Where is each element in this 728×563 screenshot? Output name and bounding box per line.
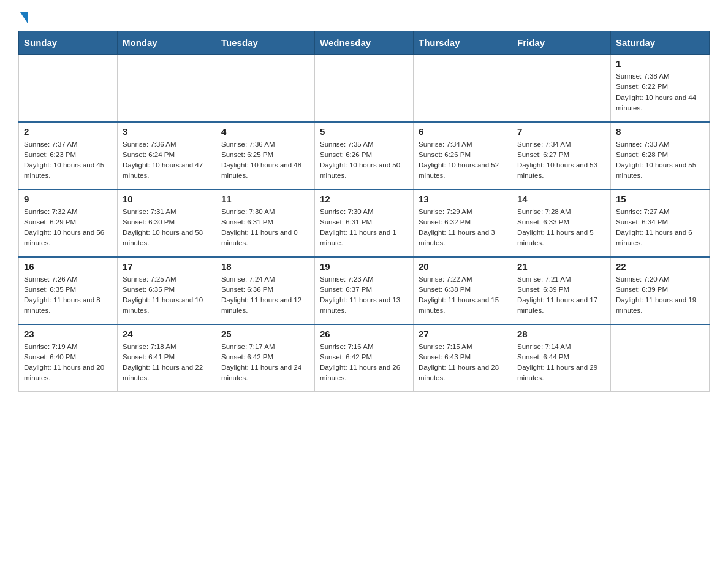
calendar-cell: 5Sunrise: 7:35 AMSunset: 6:26 PMDaylight… [315, 122, 414, 190]
day-number: 18 [221, 261, 309, 272]
day-info: Sunrise: 7:32 AMSunset: 6:29 PMDaylight:… [24, 207, 112, 249]
weekday-header-friday: Friday [512, 31, 611, 55]
calendar-cell: 9Sunrise: 7:32 AMSunset: 6:29 PMDaylight… [19, 190, 118, 257]
calendar-cell: 16Sunrise: 7:26 AMSunset: 6:35 PMDayligh… [19, 257, 118, 324]
day-number: 12 [320, 194, 408, 204]
calendar-cell: 22Sunrise: 7:20 AMSunset: 6:39 PMDayligh… [611, 257, 710, 324]
day-number: 10 [123, 194, 211, 204]
day-number: 24 [123, 329, 211, 339]
day-number: 11 [221, 194, 309, 204]
calendar-cell: 25Sunrise: 7:17 AMSunset: 6:42 PMDayligh… [216, 324, 315, 392]
calendar-cell: 1Sunrise: 7:38 AMSunset: 6:22 PMDaylight… [611, 55, 710, 122]
day-number: 23 [24, 329, 112, 339]
calendar-cell: 7Sunrise: 7:34 AMSunset: 6:27 PMDaylight… [512, 122, 611, 190]
week-row-2: 2Sunrise: 7:37 AMSunset: 6:23 PMDaylight… [19, 122, 710, 190]
day-info: Sunrise: 7:38 AMSunset: 6:22 PMDaylight:… [616, 71, 704, 113]
day-info: Sunrise: 7:20 AMSunset: 6:39 PMDaylight:… [616, 274, 704, 316]
weekday-header-sunday: Sunday [19, 31, 118, 55]
day-info: Sunrise: 7:22 AMSunset: 6:38 PMDaylight:… [419, 274, 507, 316]
calendar-table: SundayMondayTuesdayWednesdayThursdayFrid… [18, 31, 710, 392]
page-header [18, 12, 710, 18]
calendar-cell [315, 55, 414, 122]
day-info: Sunrise: 7:19 AMSunset: 6:40 PMDaylight:… [24, 342, 112, 384]
calendar-cell: 6Sunrise: 7:34 AMSunset: 6:26 PMDaylight… [414, 122, 512, 190]
calendar-cell [414, 55, 512, 122]
day-info: Sunrise: 7:31 AMSunset: 6:30 PMDaylight:… [123, 207, 211, 249]
calendar-cell: 11Sunrise: 7:30 AMSunset: 6:31 PMDayligh… [216, 190, 315, 257]
calendar-cell: 23Sunrise: 7:19 AMSunset: 6:40 PMDayligh… [19, 324, 118, 392]
day-info: Sunrise: 7:16 AMSunset: 6:42 PMDaylight:… [320, 342, 408, 384]
day-info: Sunrise: 7:33 AMSunset: 6:28 PMDaylight:… [616, 139, 704, 182]
day-number: 17 [123, 261, 211, 272]
day-number: 25 [221, 329, 309, 339]
day-info: Sunrise: 7:36 AMSunset: 6:24 PMDaylight:… [123, 139, 211, 182]
day-number: 26 [320, 329, 408, 339]
calendar-cell: 12Sunrise: 7:30 AMSunset: 6:31 PMDayligh… [315, 190, 414, 257]
logo-general-text [18, 12, 28, 22]
day-number: 6 [419, 126, 507, 137]
calendar-cell: 3Sunrise: 7:36 AMSunset: 6:24 PMDaylight… [118, 122, 216, 190]
calendar-cell: 13Sunrise: 7:29 AMSunset: 6:32 PMDayligh… [414, 190, 512, 257]
calendar-cell: 8Sunrise: 7:33 AMSunset: 6:28 PMDaylight… [611, 122, 710, 190]
logo [18, 12, 28, 18]
calendar-cell: 18Sunrise: 7:24 AMSunset: 6:36 PMDayligh… [216, 257, 315, 324]
calendar-cell: 20Sunrise: 7:22 AMSunset: 6:38 PMDayligh… [414, 257, 512, 324]
weekday-header-tuesday: Tuesday [216, 31, 315, 55]
day-number: 9 [24, 194, 112, 204]
day-info: Sunrise: 7:30 AMSunset: 6:31 PMDaylight:… [221, 207, 309, 249]
day-number: 7 [517, 126, 605, 137]
calendar-cell: 19Sunrise: 7:23 AMSunset: 6:37 PMDayligh… [315, 257, 414, 324]
day-info: Sunrise: 7:23 AMSunset: 6:37 PMDaylight:… [320, 274, 408, 316]
day-info: Sunrise: 7:18 AMSunset: 6:41 PMDaylight:… [123, 342, 211, 384]
calendar-cell: 14Sunrise: 7:28 AMSunset: 6:33 PMDayligh… [512, 190, 611, 257]
day-info: Sunrise: 7:26 AMSunset: 6:35 PMDaylight:… [24, 274, 112, 316]
weekday-header-wednesday: Wednesday [315, 31, 414, 55]
weekday-header-saturday: Saturday [611, 31, 710, 55]
day-info: Sunrise: 7:30 AMSunset: 6:31 PMDaylight:… [320, 207, 408, 249]
calendar-cell: 4Sunrise: 7:36 AMSunset: 6:25 PMDaylight… [216, 122, 315, 190]
day-number: 4 [221, 126, 309, 137]
calendar-cell [216, 55, 315, 122]
calendar-cell [19, 55, 118, 122]
day-info: Sunrise: 7:17 AMSunset: 6:42 PMDaylight:… [221, 342, 309, 384]
day-info: Sunrise: 7:36 AMSunset: 6:25 PMDaylight:… [221, 139, 309, 182]
day-info: Sunrise: 7:25 AMSunset: 6:35 PMDaylight:… [123, 274, 211, 316]
day-number: 8 [616, 126, 704, 137]
calendar-cell [512, 55, 611, 122]
day-number: 19 [320, 261, 408, 272]
day-info: Sunrise: 7:29 AMSunset: 6:32 PMDaylight:… [419, 207, 507, 249]
day-info: Sunrise: 7:15 AMSunset: 6:43 PMDaylight:… [419, 342, 507, 384]
weekday-header-monday: Monday [118, 31, 216, 55]
calendar-cell: 21Sunrise: 7:21 AMSunset: 6:39 PMDayligh… [512, 257, 611, 324]
day-number: 13 [419, 194, 507, 204]
day-info: Sunrise: 7:24 AMSunset: 6:36 PMDaylight:… [221, 274, 309, 316]
day-number: 1 [616, 58, 704, 69]
calendar-cell: 28Sunrise: 7:14 AMSunset: 6:44 PMDayligh… [512, 324, 611, 392]
day-info: Sunrise: 7:27 AMSunset: 6:34 PMDaylight:… [616, 207, 704, 249]
week-row-5: 23Sunrise: 7:19 AMSunset: 6:40 PMDayligh… [19, 324, 710, 392]
calendar-cell: 2Sunrise: 7:37 AMSunset: 6:23 PMDaylight… [19, 122, 118, 190]
calendar-cell: 10Sunrise: 7:31 AMSunset: 6:30 PMDayligh… [118, 190, 216, 257]
calendar-cell: 17Sunrise: 7:25 AMSunset: 6:35 PMDayligh… [118, 257, 216, 324]
day-info: Sunrise: 7:34 AMSunset: 6:27 PMDaylight:… [517, 139, 605, 182]
calendar-cell: 15Sunrise: 7:27 AMSunset: 6:34 PMDayligh… [611, 190, 710, 257]
calendar-cell [611, 324, 710, 392]
calendar-cell: 26Sunrise: 7:16 AMSunset: 6:42 PMDayligh… [315, 324, 414, 392]
day-info: Sunrise: 7:14 AMSunset: 6:44 PMDaylight:… [517, 342, 605, 384]
day-info: Sunrise: 7:28 AMSunset: 6:33 PMDaylight:… [517, 207, 605, 249]
weekday-header-thursday: Thursday [414, 31, 512, 55]
day-number: 16 [24, 261, 112, 272]
week-row-1: 1Sunrise: 7:38 AMSunset: 6:22 PMDaylight… [19, 55, 710, 122]
day-info: Sunrise: 7:21 AMSunset: 6:39 PMDaylight:… [517, 274, 605, 316]
weekday-header-row: SundayMondayTuesdayWednesdayThursdayFrid… [19, 31, 710, 55]
day-number: 5 [320, 126, 408, 137]
week-row-4: 16Sunrise: 7:26 AMSunset: 6:35 PMDayligh… [19, 257, 710, 324]
day-number: 20 [419, 261, 507, 272]
day-number: 27 [419, 329, 507, 339]
day-info: Sunrise: 7:34 AMSunset: 6:26 PMDaylight:… [419, 139, 507, 182]
week-row-3: 9Sunrise: 7:32 AMSunset: 6:29 PMDaylight… [19, 190, 710, 257]
day-number: 28 [517, 329, 605, 339]
day-info: Sunrise: 7:37 AMSunset: 6:23 PMDaylight:… [24, 139, 112, 182]
day-number: 14 [517, 194, 605, 204]
calendar-cell: 27Sunrise: 7:15 AMSunset: 6:43 PMDayligh… [414, 324, 512, 392]
